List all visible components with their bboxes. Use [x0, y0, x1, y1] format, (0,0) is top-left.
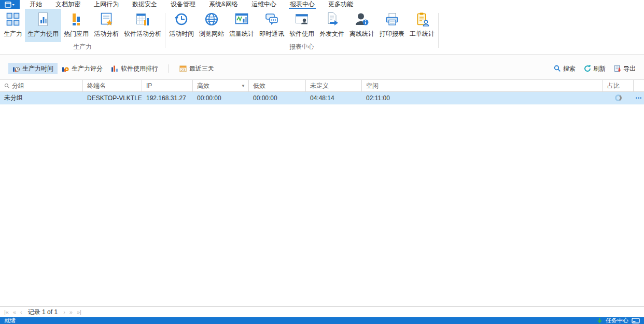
column-header-idle[interactable]: 空闲 — [362, 80, 603, 91]
ribbon-item-label: 离线统计 — [349, 30, 374, 38]
ribbon-item-label: 浏览网站 — [199, 30, 224, 38]
status-bar: 就绪 任务中心 — [0, 317, 644, 324]
pager-fast-prev-button[interactable]: « — [13, 309, 16, 315]
filter-search-icon — [4, 83, 10, 89]
ribbon-item-ticket-stats[interactable]: 工单统计 — [407, 9, 437, 42]
menu-item-report-center[interactable]: 报表中心 — [289, 0, 316, 9]
refresh-button[interactable]: 刷新 — [584, 64, 606, 73]
ribbon-item-label: 外发文件 — [319, 30, 344, 38]
menu-bar: 开始 文档加密 上网行为 数据安全 设备管理 系统&网络 运维中心 报表中心 更… — [0, 0, 644, 9]
taskbar-panel-icon[interactable] — [632, 318, 640, 323]
ribbon-item-label: 即时通讯 — [259, 30, 284, 38]
app-menu-button[interactable] — [0, 0, 20, 9]
menu-item-start[interactable]: 开始 — [29, 0, 43, 9]
cell-efficient: 00:00:00 — [193, 92, 249, 104]
row-menu-icon[interactable]: ••• — [636, 96, 642, 101]
chevron-down-icon[interactable]: ▼ — [241, 84, 245, 88]
clipboard-user-icon — [414, 11, 430, 27]
ribbon-separator — [165, 13, 165, 48]
export-icon — [614, 65, 621, 72]
export-button[interactable]: 导出 — [614, 64, 636, 73]
column-label: 终端名 — [87, 82, 106, 90]
status-ready-label: 就绪 — [4, 317, 16, 324]
column-header-terminal[interactable]: 终端名 — [83, 80, 142, 91]
column-header-ip[interactable]: IP — [142, 80, 193, 91]
doc-star-icon — [99, 11, 114, 27]
ribbon: 生产力 生产力使用 — [0, 9, 644, 55]
sub-toolbar: 生产力时间 生产力评分 软件使用排行 23 — [0, 55, 644, 79]
column-label: IP — [146, 82, 152, 89]
cell-ratio — [603, 92, 634, 104]
pager-record-label: 记录 1 of 1 — [28, 308, 58, 317]
ribbon-item-label: 热门应用 — [64, 30, 89, 38]
table-chart-icon — [135, 11, 150, 27]
ribbon-item-traffic-stats[interactable]: 流量统计 — [227, 9, 257, 42]
menu-item-more[interactable]: 更多功能 — [327, 0, 354, 9]
cell-group: 未分组 — [0, 92, 83, 104]
mini-chart-rank-icon — [111, 65, 118, 72]
ribbon-group-label: 生产力 — [1, 42, 164, 54]
menu-item-system-network[interactable]: 系统&网络 — [208, 0, 239, 9]
ribbon-item-software-activity-analysis[interactable]: 软件活动分析 — [121, 9, 164, 42]
column-header-undefined[interactable]: 未定义 — [306, 80, 362, 91]
ribbon-item-label: 打印报表 — [380, 30, 404, 38]
pager-fast-next-button[interactable]: » — [69, 309, 73, 315]
window-user-icon — [294, 11, 310, 27]
calendar-icon: 23 — [179, 65, 187, 72]
ribbon-item-label: 工单统计 — [410, 30, 435, 38]
menu-item-ops-center[interactable]: 运维中心 — [250, 0, 277, 9]
refresh-icon — [584, 65, 591, 72]
task-center-button[interactable]: 任务中心 — [606, 317, 628, 324]
view-tab-productivity-score[interactable]: 生产力评分 — [58, 63, 107, 74]
menu-item-doc-encrypt[interactable]: 文档加密 — [54, 0, 81, 9]
cell-row-menu[interactable]: ••• — [634, 92, 644, 104]
column-header-inefficient[interactable]: 低效 — [249, 80, 306, 91]
ribbon-group-report-center: 活动时间 浏览网站 — [166, 9, 437, 54]
ribbon-item-label: 活动时间 — [169, 30, 194, 38]
chat-icon — [264, 11, 279, 27]
ribbon-item-activity-time[interactable]: 活动时间 — [166, 9, 197, 42]
ribbon-item-offline-stats[interactable]: 离线统计 — [347, 9, 377, 42]
cell-ip: 192.168.31.27 — [142, 92, 193, 104]
ribbon-separator — [438, 13, 439, 48]
search-button[interactable]: 搜索 — [554, 64, 576, 73]
column-header-group[interactable]: 分组 — [0, 80, 83, 91]
search-label: 搜索 — [563, 64, 576, 73]
menu-item-device-mgmt[interactable]: 设备管理 — [170, 0, 197, 9]
view-tab-software-usage-rank[interactable]: 软件使用排行 — [107, 63, 162, 74]
menu-item-web-behavior[interactable]: 上网行为 — [93, 0, 120, 9]
column-header-efficient[interactable]: 高效 ▼ — [193, 80, 249, 91]
ribbon-item-hot-apps[interactable]: 热门应用 — [61, 9, 91, 42]
cell-terminal: DESKTOP-VLKTLE1 — [83, 92, 142, 104]
ribbon-item-label: 流量统计 — [229, 30, 254, 38]
download-arrow-icon — [597, 318, 603, 323]
date-range-button[interactable]: 23 最近三天 — [175, 63, 218, 74]
date-range-label: 最近三天 — [189, 64, 214, 73]
refresh-label: 刷新 — [593, 64, 606, 73]
view-tab-label: 软件使用排行 — [121, 64, 158, 73]
view-tab-productivity-time[interactable]: 生产力时间 — [8, 63, 58, 74]
ribbon-item-outgoing-files[interactable]: 外发文件 — [317, 9, 347, 42]
hot-apps-icon — [68, 11, 84, 27]
ribbon-item-label: 软件使用 — [289, 30, 314, 38]
column-header-ratio[interactable]: 占比 — [603, 80, 634, 91]
ribbon-item-productivity[interactable]: 生产力 — [1, 9, 25, 42]
ribbon-item-instant-messaging[interactable]: 即时通讯 — [257, 9, 287, 42]
pager-first-button[interactable]: |« — [4, 309, 9, 315]
ribbon-item-browse-sites[interactable]: 浏览网站 — [197, 9, 227, 42]
ribbon-item-software-usage[interactable]: 软件使用 — [287, 9, 317, 42]
menu-item-data-security[interactable]: 数据安全 — [131, 0, 158, 9]
clock-history-icon — [174, 11, 189, 27]
user-info-icon — [354, 11, 370, 27]
pager-prev-button[interactable]: ‹ — [20, 309, 22, 315]
ribbon-item-activity-analysis[interactable]: 活动分析 — [91, 9, 121, 42]
pager-last-button[interactable]: »| — [77, 309, 81, 315]
application-window: 开始 文档加密 上网行为 数据安全 设备管理 系统&网络 运维中心 报表中心 更… — [0, 0, 644, 324]
ribbon-item-label: 生产力使用 — [27, 30, 59, 38]
table-header: 分组 终端名 IP 高效 ▼ 低效 未定义 空闲 占比 — [0, 79, 644, 92]
ribbon-item-print-report[interactable]: 打印报表 — [377, 9, 407, 42]
doc-export-icon — [324, 11, 340, 27]
ribbon-item-productivity-usage[interactable]: 生产力使用 — [25, 9, 61, 42]
table-row[interactable]: 未分组 DESKTOP-VLKTLE1 192.168.31.27 00:00:… — [0, 92, 644, 104]
pager-next-button[interactable]: › — [63, 309, 65, 315]
